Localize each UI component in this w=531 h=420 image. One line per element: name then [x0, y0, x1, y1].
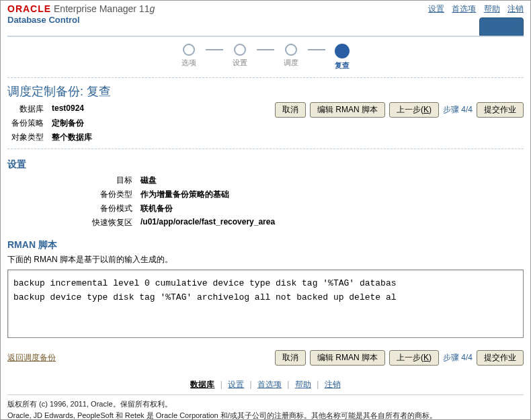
step-label-1: 设置 [233, 58, 247, 68]
settings-table: 目标 磁盘 备份类型 作为增量备份策略的基础 备份模式 联机备份 快速恢复区 /… [88, 173, 279, 230]
step-label-2: 调度 [284, 58, 298, 68]
toplink-logout[interactable]: 注销 [507, 4, 524, 13]
step-counter-bottom: 步骤 4/4 [443, 352, 473, 364]
footer-nav-help[interactable]: 帮助 [295, 380, 311, 389]
edit-rman-button[interactable]: 编辑 RMAN 脚本 [310, 102, 385, 118]
settings-type-label: 备份类型 [88, 187, 136, 202]
summary-database-label: 数据库 [7, 102, 48, 116]
wizard-steps: 选项 设置 调度 复查 [7, 44, 524, 71]
wizard-step-3: 复查 [325, 44, 359, 71]
footer-nav-current[interactable]: 数据库 [190, 380, 214, 389]
header: ORACLE Enterprise Manager 11g Database C… [7, 3, 524, 36]
settings-recovery-value: /u01/app/oracle/fast_recovery_area [136, 216, 279, 230]
brand-oracle: ORACLE [7, 3, 51, 14]
brand-g: g [149, 3, 155, 14]
cancel-button-bottom[interactable]: 取消 [275, 350, 306, 366]
footer-nav: 数据库 | 设置 | 首选项 | 帮助 | 注销 [7, 379, 524, 390]
back-to-schedule-link[interactable]: 返回调度备份 [7, 352, 56, 364]
settings-target-label: 目标 [88, 173, 136, 187]
page-title: 调度定制备份: 复查 [7, 83, 524, 99]
rman-description: 下面的 RMAN 脚本是基于以前的输入生成的。 [7, 254, 524, 265]
summary-table: 数据库 test0924 备份策略 定制备份 对象类型 整个数据库 [7, 102, 96, 144]
settings-recovery-label: 快速恢复区 [88, 216, 136, 230]
summary-row: 数据库 test0924 备份策略 定制备份 对象类型 整个数据库 取消 编辑 … [7, 102, 524, 144]
top-tab-database[interactable]: 数据库 [479, 17, 524, 36]
settings-type-value: 作为增量备份策略的基础 [136, 187, 279, 202]
submit-button[interactable]: 提交作业 [477, 102, 524, 118]
wizard-step-2: 调度 [274, 44, 308, 68]
footer-nav-logout[interactable]: 注销 [325, 380, 341, 389]
wizard-step-1: 设置 [223, 44, 257, 68]
brand-logo: ORACLE Enterprise Manager 11g Database C… [7, 3, 155, 25]
step-label-0: 选项 [181, 58, 196, 68]
footer-nav-prefs[interactable]: 首选项 [257, 380, 282, 389]
cancel-button[interactable]: 取消 [275, 102, 306, 118]
header-rule [7, 36, 524, 37]
submit-button-bottom[interactable]: 提交作业 [477, 350, 524, 366]
button-row-bottom: 取消 编辑 RMAN 脚本 上一步(K) 步骤 4/4 提交作业 [275, 350, 524, 366]
step-circle-icon [285, 44, 297, 56]
top-links: 设置 首选项 帮助 注销 数据库 [423, 3, 524, 36]
back-button-bottom[interactable]: 上一步(K) [389, 350, 439, 366]
settings-target-value: 磁盘 [136, 173, 279, 187]
button-row-top: 取消 编辑 RMAN 脚本 上一步(K) 步骤 4/4 提交作业 [275, 102, 524, 118]
summary-object-label: 对象类型 [7, 130, 48, 144]
toplink-settings[interactable]: 设置 [428, 4, 444, 13]
separator [7, 149, 524, 149]
step-connector-icon [206, 49, 223, 50]
step-counter: 步骤 4/4 [443, 104, 473, 116]
separator [7, 77, 524, 78]
rman-script-box[interactable]: backup incremental level 0 cumulative de… [7, 269, 524, 338]
brand-em: Enterprise Manager 11 [54, 3, 149, 14]
summary-policy-label: 备份策略 [7, 116, 48, 130]
summary-database-value: test0924 [48, 102, 96, 116]
wizard-step-0: 选项 [172, 44, 206, 68]
edit-rman-button-bottom[interactable]: 编辑 RMAN 脚本 [310, 350, 385, 366]
step-connector-icon [308, 49, 325, 50]
toplink-help[interactable]: 帮助 [484, 4, 500, 13]
step-connector-icon [257, 49, 274, 50]
rman-heading: RMAN 脚本 [7, 239, 524, 251]
summary-object-value: 整个数据库 [48, 130, 96, 144]
footer-nav-settings[interactable]: 设置 [228, 380, 244, 389]
step-circle-icon [234, 44, 246, 56]
footer-rule [7, 394, 524, 395]
back-button[interactable]: 上一步(K) [389, 102, 439, 118]
brand-sub: Database Control [7, 15, 155, 26]
step-label-3: 复查 [335, 60, 350, 71]
step-circle-active-icon [335, 44, 350, 58]
footer-row: 返回调度备份 取消 编辑 RMAN 脚本 上一步(K) 步骤 4/4 提交作业 [7, 350, 524, 366]
settings-mode-label: 备份模式 [88, 202, 136, 216]
trademark-text: Oracle, JD Edwards, PeopleSoft 和 Retek 是… [7, 411, 524, 420]
toplink-prefs[interactable]: 首选项 [452, 4, 476, 13]
copyright-text: 版权所有 (c) 1996, 2011, Oracle。保留所有权利。 [7, 399, 524, 409]
settings-heading: 设置 [7, 159, 524, 171]
settings-mode-value: 联机备份 [136, 202, 279, 216]
step-circle-icon [183, 44, 195, 56]
summary-policy-value: 定制备份 [48, 116, 96, 130]
